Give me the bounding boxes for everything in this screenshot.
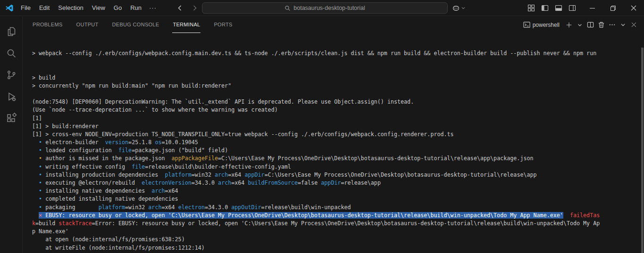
panel-tabs: PROBLEMSOUTPUTDEBUG CONSOLETERMINALPORTS (32, 16, 246, 33)
tab-terminal[interactable]: TERMINAL (172, 16, 201, 33)
terminal-line (32, 57, 641, 65)
search-value: botasaurus-desktop-tutorial (293, 5, 365, 11)
terminal-line: [1] > cross-env NODE_ENV=production TS_N… (32, 131, 641, 139)
terminal-line: at open (node:internal/fs/promises:638:2… (32, 236, 641, 244)
menu-view[interactable]: View (88, 0, 109, 16)
layout-controls (525, 0, 578, 16)
terminal-line: [1] > build:renderer (32, 122, 641, 131)
terminal-line: • packaging platform=win32 arch=x64 elec… (32, 204, 641, 212)
minimize-icon[interactable] (582, 0, 602, 16)
toggle-panel-icon[interactable] (552, 2, 565, 14)
toggle-primary-sidebar-icon[interactable] (539, 2, 551, 14)
panel-size-chevron-icon[interactable] (618, 19, 628, 31)
close-window-icon[interactable] (623, 0, 644, 16)
terminal-line: • installing production dependencies pla… (32, 171, 641, 179)
kill-terminal-icon[interactable] (596, 19, 607, 31)
close-panel-icon[interactable] (628, 19, 639, 31)
command-center-search[interactable]: botasaurus-desktop-tutorial (202, 2, 448, 14)
copilot-button[interactable] (452, 2, 466, 14)
terminal-line: • author is missed in the package.json a… (32, 155, 641, 163)
back-icon[interactable] (174, 2, 186, 14)
terminal-line: p Name.exe' (32, 228, 641, 236)
window-controls (582, 0, 644, 16)
panel-terminal: PROBLEMSOUTPUTDEBUG CONSOLETERMINALPORTS… (23, 16, 644, 253)
menu-edit[interactable]: Edit (35, 0, 54, 16)
terminal-line: > build (32, 74, 641, 82)
terminal-profile-chevron-icon[interactable] (574, 19, 585, 31)
terminal-instance-powershell[interactable]: powershell (523, 21, 560, 28)
terminal-line: • completed installing native dependenci… (32, 195, 641, 203)
tab-ports[interactable]: PORTS (213, 16, 233, 33)
menu-file[interactable]: File (17, 0, 35, 16)
split-terminal-icon[interactable] (585, 19, 596, 31)
activity-bar (0, 16, 23, 253)
terminal-line: • installing native dependencies arch=x6… (32, 187, 641, 195)
terminal-line: > concurrently "npm run build:main" "npm… (32, 82, 641, 90)
terminal-instance-label: powershell (533, 22, 560, 28)
terminal-line: • executing @electron/rebuild electronVe… (32, 179, 641, 187)
terminal-line: • loaded configuration file=package.json… (32, 147, 641, 155)
run-debug-icon[interactable] (0, 86, 23, 107)
new-terminal-icon[interactable] (563, 19, 574, 31)
source-control-icon[interactable] (0, 64, 23, 86)
terminal-line: at writeFile (node:internal/fs/promises:… (32, 244, 641, 252)
search-sidebar-icon[interactable] (0, 42, 23, 64)
terminal-line (32, 65, 641, 73)
menu-run[interactable]: Run (126, 0, 146, 16)
terminal-line: k=build stackTrace=Error: EBUSY: resourc… (32, 220, 641, 228)
tab-problems[interactable]: PROBLEMS (32, 16, 63, 33)
panel-header: PROBLEMSOUTPUTDEBUG CONSOLETERMINALPORTS… (23, 16, 644, 33)
menu-bar: FileEditSelectionViewGoRun··· (17, 0, 160, 16)
tab-debug-console[interactable]: DEBUG CONSOLE (112, 16, 160, 33)
restore-icon[interactable] (602, 0, 623, 16)
terminal-line: × EBUSY: resource busy or locked, open '… (32, 212, 641, 220)
chevron-down-icon (461, 6, 466, 10)
terminal-line (32, 90, 641, 98)
extensions-icon[interactable] (0, 107, 23, 129)
terminal-icon (523, 21, 530, 28)
vscode-logo (5, 4, 14, 12)
menu-go[interactable]: Go (109, 0, 126, 16)
terminal-line: (Use `node --trace-deprecation ...` to s… (32, 106, 641, 114)
terminal-line: • writing effective config file=release\… (32, 163, 641, 171)
tab-output[interactable]: OUTPUT (76, 16, 99, 33)
terminal-line: (node:7548) [DEP0060] DeprecationWarning… (32, 98, 641, 106)
terminal-output[interactable]: > webpack --config ./.erb/configs/webpac… (23, 33, 641, 253)
title-bar: FileEditSelectionViewGoRun··· botasaurus… (0, 0, 644, 16)
history-nav (174, 0, 201, 16)
terminal-line: [1] (32, 114, 641, 122)
terminal-line: > webpack --config ./.erb/configs/webpac… (32, 49, 641, 57)
toggle-secondary-sidebar-icon[interactable] (566, 2, 578, 14)
explorer-icon[interactable] (0, 21, 23, 42)
forward-icon[interactable] (189, 2, 201, 14)
terminal-line: • electron-builder version=25.1.8 os=10.… (32, 139, 641, 147)
search-icon (284, 5, 291, 11)
copilot-icon (452, 4, 460, 12)
scrollbar-thumb[interactable] (641, 48, 644, 253)
customize-layout-icon[interactable] (525, 2, 537, 14)
terminal-more-actions-icon[interactable] (607, 19, 618, 31)
panel-actions: powershell (523, 16, 639, 33)
menu-more[interactable]: ··· (146, 0, 160, 16)
menu-selection[interactable]: Selection (54, 0, 87, 16)
